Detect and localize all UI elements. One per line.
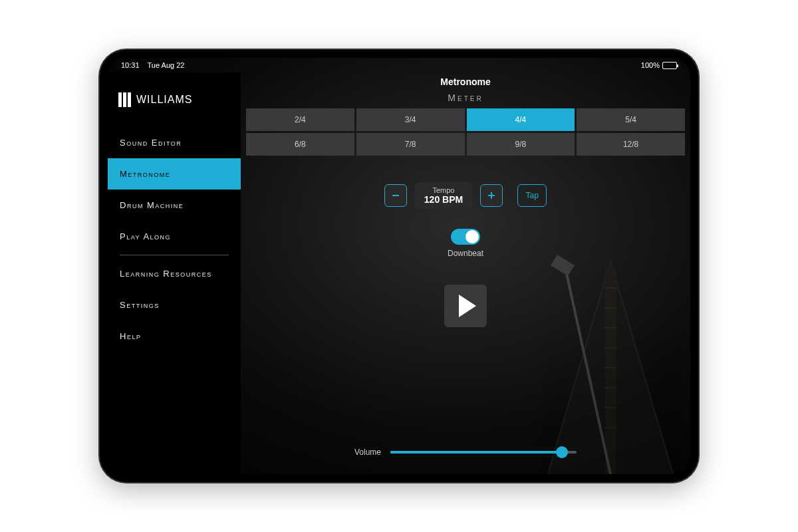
plus-icon bbox=[486, 190, 497, 201]
play-button[interactable] bbox=[444, 285, 487, 327]
downbeat-toggle[interactable] bbox=[451, 229, 480, 245]
minus-icon bbox=[390, 190, 401, 201]
svg-marker-0 bbox=[544, 261, 677, 474]
meter-option-9-8[interactable]: 9/8 bbox=[467, 133, 575, 156]
meter-option-7-8[interactable]: 7/8 bbox=[356, 133, 465, 156]
sidebar-divider bbox=[120, 255, 229, 255]
tempo-value: 120 BPM bbox=[424, 194, 463, 205]
tempo-display: Tempo 120 BPM bbox=[415, 182, 472, 209]
downbeat-label: Downbeat bbox=[448, 249, 483, 258]
downbeat-row: Downbeat bbox=[246, 229, 685, 258]
battery-percent: 100% bbox=[641, 61, 660, 69]
tap-button[interactable]: Tap bbox=[517, 184, 547, 207]
sidebar-item-play-along[interactable]: Play Along bbox=[108, 221, 241, 252]
meter-section-label: Meter bbox=[246, 92, 685, 103]
meter-option-2-4[interactable]: 2/4 bbox=[246, 108, 354, 131]
main-layout: WILLIAMS Sound EditorMetronomeDrum Machi… bbox=[108, 72, 690, 474]
volume-label: Volume bbox=[354, 448, 381, 457]
meter-option-12-8[interactable]: 12/8 bbox=[577, 133, 685, 156]
brand-name: WILLIAMS bbox=[136, 94, 192, 106]
sidebar-item-learning-resources[interactable]: Learning Resources bbox=[108, 258, 241, 289]
metronome-illustration bbox=[504, 235, 690, 474]
tempo-label: Tempo bbox=[424, 186, 463, 194]
status-bar: 10:31 Tue Aug 22 100% bbox=[108, 58, 690, 72]
svg-rect-1 bbox=[605, 268, 616, 474]
volume-slider[interactable] bbox=[390, 451, 577, 454]
tempo-decrement-button[interactable] bbox=[384, 184, 407, 207]
status-date: Tue Aug 22 bbox=[148, 61, 185, 69]
volume-row: Volume bbox=[246, 448, 685, 464]
content-area: Metronome Meter 2/43/44/45/46/87/89/812/… bbox=[241, 72, 690, 474]
sidebar-item-metronome[interactable]: Metronome bbox=[108, 158, 241, 190]
play-icon bbox=[459, 295, 476, 317]
sidebar-item-sound-editor[interactable]: Sound Editor bbox=[108, 127, 241, 158]
meter-grid: 2/43/44/45/46/87/89/812/8 bbox=[246, 108, 685, 156]
meter-option-4-4[interactable]: 4/4 bbox=[467, 108, 575, 131]
meter-option-6-8[interactable]: 6/8 bbox=[246, 133, 354, 156]
volume-slider-fill bbox=[390, 451, 562, 454]
page-title: Metronome bbox=[246, 72, 685, 92]
tempo-increment-button[interactable] bbox=[480, 184, 503, 207]
status-time: 10:31 bbox=[121, 61, 140, 69]
brand: WILLIAMS bbox=[108, 79, 241, 127]
sidebar-item-settings[interactable]: Settings bbox=[108, 289, 241, 321]
brand-logo-icon bbox=[118, 92, 131, 107]
toggle-knob bbox=[466, 230, 479, 243]
volume-slider-thumb bbox=[556, 446, 568, 458]
sidebar-item-drum-machine[interactable]: Drum Machine bbox=[108, 190, 241, 221]
meter-option-3-4[interactable]: 3/4 bbox=[356, 108, 465, 131]
meter-option-5-4[interactable]: 5/4 bbox=[577, 108, 685, 131]
screen: 10:31 Tue Aug 22 100% WILLIAMS Sound Edi… bbox=[108, 58, 690, 474]
sidebar-item-help[interactable]: Help bbox=[108, 321, 241, 352]
sidebar: WILLIAMS Sound EditorMetronomeDrum Machi… bbox=[108, 72, 241, 474]
tempo-row: Tempo 120 BPM Tap bbox=[246, 182, 685, 209]
battery-icon bbox=[662, 62, 677, 69]
tablet-frame: 10:31 Tue Aug 22 100% WILLIAMS Sound Edi… bbox=[100, 50, 698, 482]
status-left: 10:31 Tue Aug 22 bbox=[121, 61, 184, 69]
status-right: 100% bbox=[641, 61, 677, 69]
svg-line-10 bbox=[564, 261, 610, 474]
